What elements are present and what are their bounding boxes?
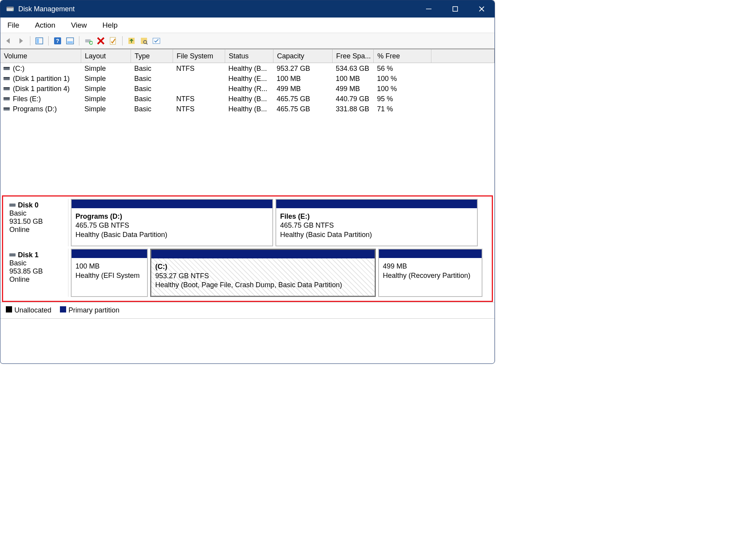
volume-type: Basic: [131, 74, 173, 83]
nav-forward-icon[interactable]: [16, 36, 26, 46]
svg-rect-34: [9, 253, 16, 256]
action1-icon[interactable]: [126, 36, 137, 46]
volume-layout: Simple: [81, 84, 131, 93]
col-filesystem[interactable]: File System: [173, 49, 225, 63]
menu-help[interactable]: Help: [100, 19, 120, 31]
volume-free: 331.88 GB: [333, 105, 374, 114]
close-button[interactable]: [477, 4, 487, 14]
disk-info[interactable]: Disk 0Basic931.50 GBOnline: [3, 199, 68, 246]
volume-layout: Simple: [81, 105, 131, 114]
legend-unallocated: Unallocated: [6, 306, 51, 314]
volume-icon: [4, 107, 11, 111]
action2-icon[interactable]: [139, 36, 149, 46]
svg-rect-4: [453, 7, 458, 11]
app-icon: [6, 5, 14, 13]
volume-fs: NTFS: [173, 105, 225, 114]
partition-size: 465.75 GB NTFS: [75, 221, 268, 230]
disk-row: Disk 1Basic953.85 GBOnline100 MBHealthy …: [3, 249, 492, 297]
nav-back-icon[interactable]: [4, 36, 14, 46]
svg-text:?: ?: [56, 38, 60, 44]
volume-name: (C:): [13, 65, 25, 72]
partition[interactable]: (C:)953.27 GB NTFSHealthy (Boot, Page Fi…: [150, 249, 376, 297]
title-bar[interactable]: Disk Management: [0, 0, 494, 18]
volume-free: 534.63 GB: [333, 64, 374, 73]
volume-row[interactable]: Programs (D:)SimpleBasicNTFSHealthy (B..…: [0, 104, 494, 114]
disk-name: Disk 0: [18, 201, 39, 209]
partition-name: Programs (D:): [75, 212, 268, 221]
volume-status: Healthy (B...: [225, 64, 274, 73]
volume-list-header: Volume Layout Type File System Status Ca…: [0, 49, 494, 63]
volume-icon: [4, 86, 11, 91]
volume-name: (Disk 1 partition 1): [13, 75, 70, 83]
volume-row[interactable]: (Disk 1 partition 1)SimpleBasicHealthy (…: [0, 73, 494, 83]
svg-line-21: [146, 43, 147, 44]
volume-type: Basic: [131, 84, 173, 93]
status-bar: [0, 318, 494, 328]
maximize-button[interactable]: [450, 4, 460, 14]
volume-status: Healthy (R...: [225, 84, 274, 93]
disk-size: 931.50 GB: [9, 218, 64, 226]
partition[interactable]: 100 MBHealthy (EFI System: [71, 249, 148, 297]
partition-status: Healthy (EFI System: [75, 271, 143, 280]
volume-layout: Simple: [81, 95, 131, 104]
partitions: Programs (D:)465.75 GB NTFSHealthy (Basi…: [68, 199, 492, 246]
volume-capacity: 499 MB: [274, 84, 333, 93]
volume-free: 100 MB: [333, 74, 374, 83]
rescan-icon[interactable]: [83, 36, 93, 46]
volume-rows: (C:)SimpleBasicNTFSHealthy (B...953.27 G…: [0, 63, 494, 195]
menu-view[interactable]: View: [68, 19, 89, 31]
partition-header: [72, 200, 272, 208]
col-type[interactable]: Type: [131, 49, 173, 63]
partition-header: [276, 200, 477, 208]
minimize-button[interactable]: [424, 4, 434, 14]
disk-state: Online: [9, 226, 64, 234]
volume-icon: [4, 97, 11, 101]
show-tree-icon[interactable]: [34, 36, 44, 46]
disk-size: 953.85 GB: [9, 267, 64, 276]
col-volume[interactable]: Volume: [0, 49, 81, 63]
svg-rect-33: [9, 204, 16, 207]
svg-rect-32: [4, 107, 10, 109]
partition-name: (C:): [155, 262, 371, 271]
col-spare[interactable]: [431, 49, 494, 63]
volume-row[interactable]: (C:)SimpleBasicNTFSHealthy (B...953.27 G…: [0, 63, 494, 73]
col-pctfree[interactable]: % Free: [374, 49, 431, 63]
partition[interactable]: Files (E:)465.75 GB NTFSHealthy (Basic D…: [275, 199, 478, 246]
volume-layout: Simple: [81, 74, 131, 83]
volume-row[interactable]: (Disk 1 partition 4)SimpleBasicHealthy (…: [0, 83, 494, 93]
volume-pct: 71 %: [374, 105, 431, 114]
window-title: Disk Management: [18, 5, 424, 13]
disk-type: Basic: [9, 209, 64, 218]
volume-free: 440.79 GB: [333, 95, 374, 104]
disk-info[interactable]: Disk 1Basic953.85 GBOnline: [3, 249, 68, 297]
partition-size: 499 MB: [383, 262, 478, 271]
partition[interactable]: Programs (D:)465.75 GB NTFSHealthy (Basi…: [71, 199, 273, 246]
show-bottom-pane-icon[interactable]: [65, 36, 75, 46]
volume-fs: NTFS: [173, 64, 225, 73]
properties-icon[interactable]: [108, 36, 118, 46]
svg-rect-26: [4, 77, 10, 78]
partition-name: Files (E:): [280, 212, 473, 221]
disk-name: Disk 1: [18, 251, 39, 259]
disk-row: Disk 0Basic931.50 GBOnlinePrograms (D:)4…: [3, 199, 492, 246]
volume-status: Healthy (B...: [225, 95, 274, 104]
col-capacity[interactable]: Capacity: [274, 49, 333, 63]
volume-row[interactable]: Files (E:)SimpleBasicNTFSHealthy (B...46…: [0, 93, 494, 104]
menu-file[interactable]: File: [5, 19, 22, 31]
col-status[interactable]: Status: [225, 49, 274, 63]
help-icon[interactable]: ?: [53, 36, 63, 46]
col-layout[interactable]: Layout: [81, 49, 131, 63]
menu-action[interactable]: Action: [33, 19, 58, 31]
partition[interactable]: 499 MBHealthy (Recovery Partition): [378, 249, 482, 297]
delete-icon[interactable]: [96, 36, 106, 46]
partition-header: [151, 250, 375, 258]
partition-header: [379, 249, 482, 258]
partition-size: 953.27 GB NTFS: [155, 272, 371, 281]
volume-layout: Simple: [81, 64, 131, 73]
col-freespace[interactable]: Free Spa...: [333, 49, 374, 63]
toolbar: ?: [0, 33, 494, 49]
partition-status: Healthy (Boot, Page File, Crash Dump, Ba…: [155, 281, 371, 290]
action3-icon[interactable]: [151, 36, 161, 46]
volume-status: Healthy (B...: [225, 105, 274, 114]
volume-capacity: 953.27 GB: [274, 64, 333, 73]
